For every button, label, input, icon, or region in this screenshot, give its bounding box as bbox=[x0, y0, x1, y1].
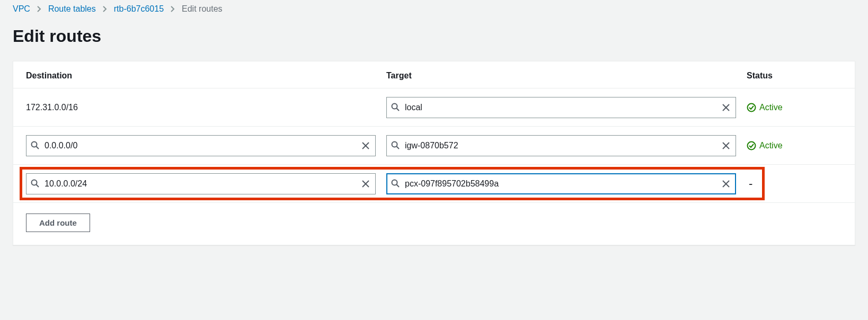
breadcrumb-link-vpc[interactable]: VPC bbox=[13, 4, 30, 14]
svg-line-19 bbox=[397, 184, 400, 187]
clear-icon[interactable] bbox=[360, 140, 371, 151]
svg-line-6 bbox=[37, 146, 39, 149]
svg-point-9 bbox=[392, 141, 397, 147]
table-row: Active bbox=[13, 127, 855, 165]
svg-point-4 bbox=[748, 103, 756, 111]
column-header-status: Status bbox=[747, 71, 842, 81]
status-badge: Active bbox=[747, 141, 842, 150]
destination-input[interactable] bbox=[40, 179, 360, 189]
add-route-button[interactable]: Add route bbox=[26, 214, 90, 232]
table-header: Destination Target Status bbox=[13, 61, 855, 88]
clear-icon[interactable] bbox=[721, 140, 731, 151]
breadcrumb-link-route-tables[interactable]: Route tables bbox=[48, 4, 96, 14]
svg-point-5 bbox=[32, 141, 37, 147]
target-input[interactable] bbox=[401, 141, 721, 150]
status-text: Active bbox=[759, 141, 783, 150]
clear-icon[interactable] bbox=[721, 179, 731, 189]
target-input-wrap[interactable] bbox=[386, 173, 736, 194]
destination-input-wrap[interactable] bbox=[26, 135, 376, 156]
svg-point-18 bbox=[392, 180, 397, 185]
clear-icon[interactable] bbox=[360, 179, 371, 189]
target-input[interactable] bbox=[401, 179, 721, 189]
routes-panel: Destination Target Status 172.31.0.0/16 bbox=[13, 61, 855, 245]
svg-line-1 bbox=[397, 108, 400, 111]
search-icon bbox=[31, 141, 40, 150]
check-circle-icon bbox=[747, 103, 756, 112]
table-row: 172.31.0.0/16 Active bbox=[13, 88, 855, 127]
chevron-right-icon bbox=[102, 5, 108, 13]
clear-icon[interactable] bbox=[721, 102, 731, 113]
chevron-right-icon bbox=[170, 5, 175, 13]
chevron-right-icon bbox=[37, 5, 42, 13]
destination-input[interactable] bbox=[40, 141, 360, 150]
target-input-wrap[interactable] bbox=[386, 135, 736, 156]
svg-point-13 bbox=[748, 141, 756, 149]
target-input-wrap[interactable] bbox=[386, 97, 736, 118]
breadcrumb-link-rtb-id[interactable]: rtb-6b7c6015 bbox=[114, 4, 164, 14]
status-badge: Active bbox=[747, 103, 842, 112]
svg-point-0 bbox=[392, 103, 397, 109]
destination-input-wrap[interactable] bbox=[26, 173, 376, 194]
destination-value: 172.31.0.0/16 bbox=[26, 103, 78, 112]
status-placeholder: - bbox=[747, 177, 752, 190]
search-icon bbox=[391, 179, 401, 189]
column-header-target: Target bbox=[386, 71, 747, 81]
check-circle-icon bbox=[747, 141, 756, 150]
search-icon bbox=[391, 103, 401, 112]
target-input[interactable] bbox=[401, 103, 721, 112]
breadcrumb-current: Edit routes bbox=[182, 4, 222, 14]
breadcrumb: VPC Route tables rtb-6b7c6015 Edit route… bbox=[0, 0, 868, 14]
svg-line-10 bbox=[397, 146, 400, 149]
svg-point-14 bbox=[32, 180, 37, 185]
column-header-destination: Destination bbox=[26, 71, 386, 81]
svg-line-15 bbox=[37, 184, 39, 187]
status-text: Active bbox=[759, 103, 783, 112]
search-icon bbox=[31, 179, 40, 189]
page-title: Edit routes bbox=[0, 14, 868, 61]
table-row: - bbox=[13, 165, 855, 203]
search-icon bbox=[391, 141, 401, 150]
table-footer: Add route bbox=[13, 203, 855, 245]
